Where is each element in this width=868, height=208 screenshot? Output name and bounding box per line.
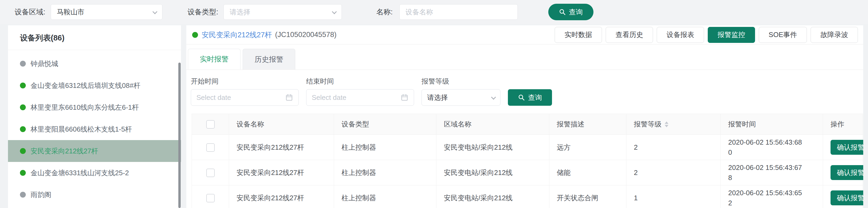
device-type-select[interactable]: 请选择 [223, 4, 342, 20]
device-list-item[interactable]: 林里变阳晨6606线松木支线1-5杆 [8, 118, 181, 140]
cell-alarm-level: 1 [626, 185, 721, 208]
cell-device-type: 柱上控制器 [334, 135, 436, 160]
alarm-filters: 开始时间 结束时间 [186, 70, 863, 106]
sort-desc-icon [665, 125, 669, 127]
device-type-placeholder: 请选择 [229, 7, 250, 17]
cell-device-type: 柱上控制器 [334, 185, 436, 208]
cell-device-type: 柱上控制器 [334, 160, 436, 185]
device-header: 安民变采向212线27杆 (JC105020045578) 实时数据查看历史设备… [186, 25, 863, 45]
device-nav-button[interactable]: 查看历史 [606, 27, 653, 43]
device-nav-button[interactable]: 设备报表 [657, 27, 704, 43]
device-list-item-label: 林里变阳晨6606线松木支线1-5杆 [31, 125, 132, 134]
chevron-down-icon [152, 9, 157, 14]
confirm-alarm-button[interactable]: 确认报警 [831, 165, 863, 180]
device-list-item[interactable]: 林里变里东6610线向东分线左6-1杆 [8, 97, 181, 118]
alarm-table-wrap: 设备名称 设备类型 区域名称 报警描述 报警等级 [192, 114, 863, 208]
col-alarm-level-label: 报警等级 [634, 120, 661, 129]
alarm-level-select[interactable]: 请选择 [422, 89, 500, 106]
alarm-level-label: 报警等级 [422, 77, 500, 86]
device-name-input[interactable] [399, 4, 518, 20]
device-nav-button[interactable]: 报警监控 [708, 27, 755, 43]
device-nav-button[interactable]: SOE事件 [759, 27, 807, 43]
col-alarm-desc: 报警描述 [549, 114, 626, 135]
end-time-label: 结束时间 [306, 77, 414, 86]
device-status-dot [20, 61, 26, 67]
device-list-item[interactable]: 金山变金塘6331线山河支线25-2 [8, 162, 181, 184]
top-query-button[interactable]: 查询 [548, 4, 593, 20]
col-region-name: 区域名称 [436, 114, 549, 135]
alarm-table-row: 安民变采向212线27杆 柱上控制器 安民变电站/采向212线 远方 2 202… [192, 135, 863, 160]
device-status-dot [20, 148, 26, 154]
col-alarm-level: 报警等级 [626, 114, 721, 135]
device-list-item[interactable] [8, 206, 181, 208]
select-all-checkbox[interactable] [206, 120, 215, 129]
device-nav-button[interactable]: 实时数据 [555, 27, 602, 43]
cell-alarm-time: 2020-06-02 15:56:43:652 [721, 185, 823, 208]
start-date-picker[interactable] [191, 89, 299, 106]
alarm-table-body: 安民变采向212线27杆 柱上控制器 安民变电站/采向212线 远方 2 202… [192, 135, 863, 208]
col-device-type: 设备类型 [334, 114, 436, 135]
device-status-dot [20, 83, 26, 88]
start-time-label: 开始时间 [191, 77, 299, 86]
row-checkbox[interactable] [206, 143, 215, 152]
cell-device-name: 安民变采向212线27杆 [229, 135, 334, 160]
device-status-dot [20, 126, 26, 132]
col-alarm-time: 报警时间 [721, 114, 823, 135]
cell-alarm-time: 2020-06-02 15:56:43:680 [721, 135, 823, 160]
sort-icon[interactable] [665, 122, 669, 127]
device-list-item[interactable]: 金山变金墙6312线后墙圳支线08#杆 [8, 75, 181, 97]
device-code: (JC105020045578) [275, 31, 337, 39]
end-date-picker[interactable] [306, 89, 414, 106]
confirm-alarm-button[interactable]: 确认报警 [831, 190, 863, 205]
chevron-down-icon [332, 9, 337, 14]
alarm-tab[interactable]: 历史报警 [243, 49, 295, 70]
device-list-item[interactable]: 安民变采向212线27杆 [8, 140, 181, 162]
device-list-title: 设备列表(86) [8, 25, 181, 50]
cell-alarm-time: 2020-06-02 15:56:43:678 [721, 160, 823, 185]
row-checkbox[interactable] [206, 168, 215, 177]
device-nav-buttons: 实时数据查看历史设备报表报警监控SOE事件故障录波 [555, 27, 858, 43]
cell-alarm-level: 2 [626, 160, 721, 185]
device-list-item-label: 雨韵阁 [31, 190, 51, 200]
alarm-table-row: 安民变采向212线27杆 柱上控制器 安民变电站/采向212线 开关状态合闸 1… [192, 185, 863, 208]
row-checkbox[interactable] [206, 194, 215, 202]
cell-device-name: 安民变采向212线27杆 [229, 160, 334, 185]
end-date-input[interactable] [312, 94, 397, 102]
cell-alarm-desc: 远方 [549, 135, 626, 160]
cell-device-name: 安民变采向212线27杆 [229, 185, 334, 208]
chevron-down-icon [491, 95, 496, 99]
start-date-input[interactable] [196, 94, 282, 102]
cell-region-name: 安民变电站/采向212线 [436, 160, 549, 185]
device-list-item[interactable]: 钟鼎悦城 [8, 53, 181, 75]
alarm-tab-label: 历史报警 [255, 55, 283, 64]
alarm-tab[interactable]: 实时报警 [188, 49, 241, 70]
calendar-icon [401, 94, 408, 102]
confirm-alarm-button[interactable]: 确认报警 [831, 140, 863, 155]
device-name-link[interactable]: 安民变采向212线27杆 [202, 30, 272, 40]
cell-alarm-desc: 储能 [549, 160, 626, 185]
device-nav-button[interactable]: 故障录波 [811, 27, 858, 43]
device-list-item-label: 金山变金墙6312线后墙圳支线08#杆 [31, 81, 140, 90]
device-list-item[interactable]: 雨韵阁 [8, 184, 181, 206]
device-name-label: 名称: [376, 7, 393, 17]
cell-region-name: 安民变电站/采向212线 [436, 135, 549, 160]
device-region-label: 设备区域: [14, 7, 45, 17]
calendar-icon [285, 94, 293, 102]
alarm-level-placeholder: 请选择 [427, 93, 448, 102]
device-status-dot [20, 192, 26, 198]
device-list-item-label: 金山变金塘6331线山河支线25-2 [31, 168, 129, 178]
device-region-value: 马鞍山市 [57, 7, 85, 17]
col-actions: 操作 [823, 114, 863, 135]
device-region-select[interactable]: 马鞍山市 [51, 4, 162, 20]
search-icon [518, 94, 525, 101]
start-time-group: 开始时间 [191, 77, 299, 106]
alarm-time-value: 2020-06-02 15:56:43:678 [728, 162, 806, 183]
alarm-query-label: 查询 [528, 93, 542, 102]
top-query-label: 查询 [569, 7, 583, 17]
alarm-table-header-row: 设备名称 设备类型 区域名称 报警描述 报警等级 [192, 114, 863, 135]
sidebar-scrollbar[interactable] [178, 62, 181, 208]
sort-asc-icon [665, 122, 669, 124]
device-list-item-label: 安民变采向212线27杆 [31, 147, 98, 156]
alarm-query-button[interactable]: 查询 [508, 89, 552, 106]
alarm-tab-label: 实时报警 [200, 54, 228, 64]
